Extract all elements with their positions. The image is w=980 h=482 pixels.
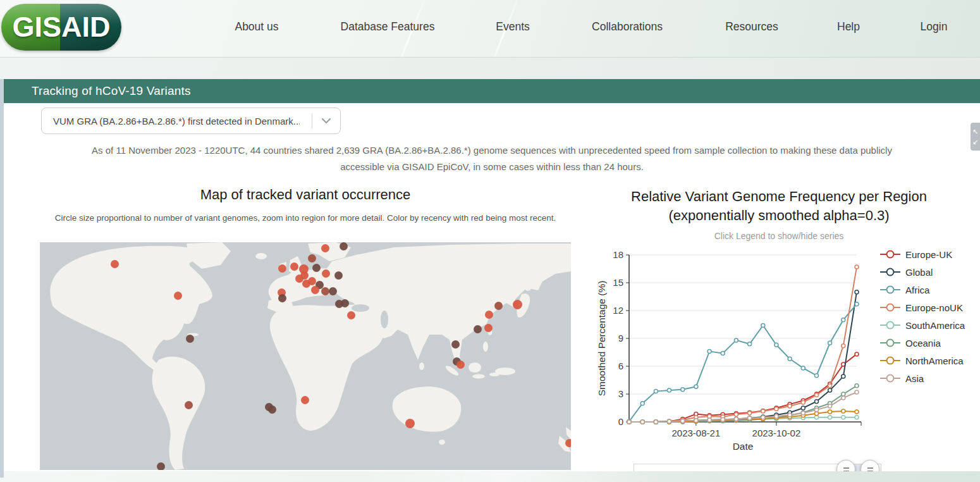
page-title: Tracking of hCoV-19 Variants [4,84,191,98]
nav-login[interactable]: Login [921,20,948,34]
legend-marker-icon [880,356,900,365]
variant-map-marker[interactable] [312,264,321,272]
variant-map-marker[interactable] [405,419,415,428]
legend-label: Oceania [905,338,941,349]
nav-resources[interactable]: Resources [725,20,778,34]
svg-text:Smoothed Percentage (%): Smoothed Percentage (%) [597,281,607,397]
legend-label: Africa [905,285,929,295]
nav-collaborations[interactable]: Collaborations [592,20,663,34]
chart-hint: Click Legend to show/hide series [583,231,975,241]
variant-map-marker[interactable] [321,244,329,252]
variant-map-marker[interactable] [347,311,355,319]
svg-text:0: 0 [618,416,623,427]
expand-panel-toggle[interactable]: ↖ ↙ [971,123,980,151]
map-section-title: Map of tracked variant occurrence [40,187,571,203]
variant-map-marker[interactable] [334,271,343,280]
svg-text:3: 3 [618,388,623,399]
legend-item-northamerica[interactable]: NorthAmerica [880,356,965,365]
legend-item-europe-uk[interactable]: Europe-UK [880,250,965,259]
variant-map-marker[interactable] [290,263,298,271]
variant-map-marker[interactable] [278,294,286,302]
nav-about-us[interactable]: About us [235,20,278,34]
svg-text:9: 9 [618,333,623,343]
legend-marker-icon [880,374,900,383]
legend-label: SouthAmerica [905,320,965,331]
variant-select-value: VUM GRA (BA.2.86+BA.2.86.*) first detect… [53,116,300,127]
variant-map-marker[interactable] [268,405,276,414]
gisaid-logo[interactable]: GISAID [1,4,121,51]
date-range-slider[interactable] [634,464,881,471]
map-section-subtitle: Circle size proportional to number of va… [46,212,565,224]
variant-map-marker[interactable] [513,300,522,309]
variant-map-marker[interactable] [474,325,482,333]
legend-item-europe-nouk[interactable]: Europe-noUK [880,303,965,312]
variant-map-marker[interactable] [494,302,503,310]
nav-events[interactable]: Events [496,20,530,34]
chevron-down-icon[interactable] [312,118,340,124]
chart-legend: Europe-UKGlobalAfricaEurope-noUKSouthAme… [880,250,965,392]
variant-map-marker[interactable] [484,324,493,332]
variant-map-marker[interactable] [185,401,193,409]
legend-item-southamerica[interactable]: SouthAmerica [880,321,965,330]
variant-map-marker[interactable] [157,462,165,471]
svg-text:2023-08-21: 2023-08-21 [672,428,721,438]
nav-database-features[interactable]: Database Features [341,20,435,34]
world-map[interactable] [40,242,571,470]
svg-text:2023-10-02: 2023-10-02 [752,428,801,438]
variant-map-marker[interactable] [451,340,460,349]
arrow-up-left-icon: ↖ [972,128,978,135]
legend-label: Europe-UK [905,249,952,260]
variant-map-marker[interactable] [341,299,349,307]
svg-text:Date: Date [733,441,754,452]
variant-select[interactable]: VUM GRA (BA.2.86+BA.2.86.*) first detect… [41,108,341,134]
frequency-chart[interactable]: 03691215182023-08-212023-10-02Smoothed P… [597,244,869,462]
legend-label: Europe-noUK [905,302,963,313]
variant-map-marker[interactable] [301,396,309,404]
legend-item-asia[interactable]: Asia [880,374,965,383]
variant-map-marker[interactable] [311,286,319,294]
arrow-down-left-icon: ↙ [972,139,978,145]
chart-title: Relative Variant Genome Frequency per Re… [583,187,975,225]
variant-map-marker[interactable] [485,311,493,319]
legend-marker-icon [880,268,900,276]
legend-marker-icon [880,303,900,312]
variant-map-marker[interactable] [308,277,316,285]
legend-marker-icon [880,321,900,330]
variant-map-marker[interactable] [321,287,329,295]
chart-title-line2: (exponentially smoothed alpha=0.3) [583,206,975,225]
summary-text: As of 11 November 2023 - 1220UTC, 44 cou… [68,142,916,175]
content-card: VUM GRA (BA.2.86+BA.2.86.*) first detect… [4,103,980,471]
legend-label: NorthAmerica [905,355,964,366]
variant-map-marker[interactable] [340,242,348,250]
variant-map-marker[interactable] [174,292,182,300]
svg-text:18: 18 [613,249,623,260]
svg-text:12: 12 [613,305,623,316]
legend-item-africa[interactable]: Africa [880,285,965,294]
variant-map-marker[interactable] [111,260,119,268]
variant-map-marker[interactable] [456,361,465,369]
variant-map-marker[interactable] [308,254,316,263]
legend-marker-icon [880,250,900,259]
svg-text:15: 15 [613,277,623,288]
variant-map-marker[interactable] [278,264,286,273]
background-band [0,57,980,79]
variant-map-marker[interactable] [322,269,330,278]
top-navigation-bar: GISAID About us Database Features Events… [0,0,980,58]
nav-help[interactable]: Help [837,20,860,34]
variant-map-marker[interactable] [186,335,194,343]
legend-marker-icon [880,338,900,347]
legend-item-oceania[interactable]: Oceania [880,338,965,347]
legend-item-global[interactable]: Global [880,268,965,276]
variant-map-marker[interactable] [329,287,337,295]
gisaid-logo-text: GISAID [12,11,110,44]
legend-marker-icon [880,285,900,294]
legend-label: Asia [905,373,924,384]
legend-label: Global [905,267,933,278]
variant-map-marker[interactable] [565,439,572,447]
svg-text:6: 6 [618,361,623,371]
section-title-bar: Tracking of hCoV-19 Variants [4,79,980,103]
variant-map-marker[interactable] [295,275,303,283]
chart-title-line1: Relative Variant Genome Frequency per Re… [583,187,975,206]
range-handle-right[interactable] [861,460,879,471]
